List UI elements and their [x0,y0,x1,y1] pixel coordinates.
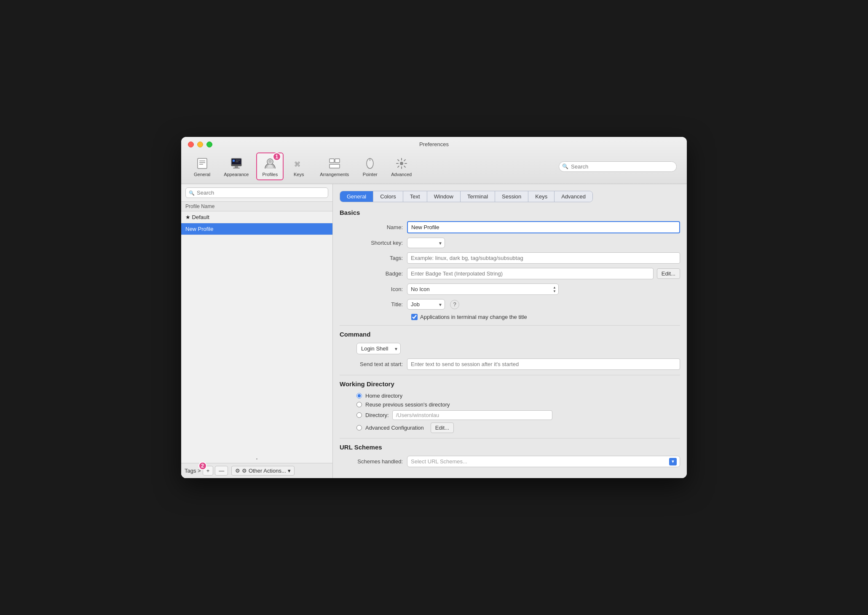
custom-dir-radio[interactable] [356,412,362,418]
advanced-icon [394,156,409,171]
svg-rect-0 [198,158,207,168]
toolbar-keys-label: Keys [294,172,304,177]
title-select[interactable]: Job [407,299,445,310]
send-text-label: Send text at start: [340,361,407,367]
schemes-label: Schemes handled: [340,458,407,465]
svg-rect-9 [236,160,240,160]
command-section-title: Command [340,331,680,338]
toolbar-item-arrangements[interactable]: Arrangements [314,152,355,180]
svg-rect-17 [330,164,340,168]
search-input[interactable] [559,161,677,172]
send-text-input[interactable] [407,358,680,370]
other-actions-label: ⚙ Other Actions... [242,468,286,474]
name-control [407,221,680,233]
title-row: Title: Job ▼ ? [340,299,680,310]
toolbar-advanced-label: Advanced [391,172,412,177]
profiles-badge: 1 [273,152,281,161]
sidebar-search-input[interactable] [185,187,328,198]
tags-label: Tags > [185,468,201,474]
tab-colors[interactable]: Colors [373,191,403,202]
minimize-button[interactable] [197,142,203,147]
advanced-config-row: Advanced Configuration Edit... [356,422,680,433]
right-panel: General Colors Text Window Terminal Sess… [333,184,687,478]
icon-select[interactable]: No Icon [407,283,559,295]
title-bar: Preferences General [181,137,687,184]
other-actions-arrow-icon: ▾ [288,468,291,474]
profile-item-new[interactable]: New Profile [181,223,332,235]
pointer-icon [362,156,378,171]
tab-session[interactable]: Session [495,191,528,202]
close-button[interactable] [188,142,194,147]
profile-list-header: Profile Name [181,202,332,211]
toolbar-item-appearance[interactable]: Appearance [218,152,255,180]
command-row: Login Shell ▼ [340,343,680,354]
general-icon [195,156,210,171]
toolbar-item-keys[interactable]: ⌘ Keys [285,152,312,180]
custom-dir-input[interactable] [392,410,552,420]
svg-rect-16 [335,159,340,163]
home-dir-label: Home directory [365,393,402,399]
title-help-button[interactable]: ? [450,300,459,309]
toolbar-search: 🔍 [559,161,677,172]
tab-advanced[interactable]: Advanced [555,191,592,202]
other-actions-button[interactable]: ⚙ ⚙ Other Actions... ▾ [231,466,295,476]
reuse-session-radio[interactable] [356,402,362,407]
toolbar-item-pointer[interactable]: Pointer [356,152,383,180]
main-content: 🔍 Profile Name ★ Default New Profile • T… [181,184,687,478]
svg-rect-7 [233,168,240,168]
tab-text[interactable]: Text [403,191,427,202]
custom-dir-label: Directory: [365,412,389,418]
maximize-button[interactable] [206,142,212,147]
title-change-label: Applications in terminal may change the … [420,314,527,320]
shortcut-control: ▼ [407,238,680,248]
badge-input[interactable] [407,268,654,279]
sidebar: 🔍 Profile Name ★ Default New Profile • T… [181,184,333,478]
toolbar-general-label: General [194,172,210,177]
toolbar-item-advanced[interactable]: Advanced [385,152,418,180]
url-schemes-section-title: URL Schemes [340,444,680,451]
home-dir-row: Home directory [356,393,680,399]
icon-row: Icon: No Icon ▲ ▼ [340,283,680,295]
arrangements-icon [327,156,342,171]
add-badge-annotation: 2 + [203,466,214,476]
shortcut-select[interactable] [407,238,445,248]
shortcut-label: Shortcut key: [340,240,407,246]
tags-field-label: Tags: [340,255,407,261]
tags-input[interactable] [407,252,680,264]
toolbar-profiles-label: Profiles [262,172,278,177]
schemes-row: Schemes handled: Select URL Schemes... ▼ [340,456,680,467]
tab-bar: General Colors Text Window Terminal Sess… [340,191,593,202]
tab-terminal[interactable]: Terminal [461,191,495,202]
svg-text:⌘: ⌘ [295,159,300,170]
tab-general[interactable]: General [340,191,373,202]
advanced-config-radio[interactable] [356,425,362,430]
title-control: Job ▼ ? [407,299,680,310]
home-dir-radio[interactable] [356,393,362,398]
svg-rect-15 [330,159,334,163]
keys-icon: ⌘ [291,156,306,171]
schemes-select[interactable]: Select URL Schemes... [407,456,680,467]
name-row: Name: [340,221,680,233]
title-label: Title: [340,301,407,308]
title-change-checkbox[interactable] [411,314,418,320]
command-control: Login Shell ▼ [356,343,680,354]
toolbar-item-profiles[interactable]: 1 Profiles [256,152,284,180]
profile-item-default[interactable]: ★ Default [181,211,332,223]
tab-window[interactable]: Window [427,191,461,202]
name-input[interactable] [407,221,680,233]
appearance-icon [229,156,244,171]
custom-dir-row: Directory: [356,410,680,420]
toolbar-items: General Ap [188,152,559,180]
badge-edit-button[interactable]: Edit... [657,268,680,279]
basics-section-title: Basics [340,209,680,216]
toolbar-item-general[interactable]: General [188,152,216,180]
advanced-config-edit-button[interactable]: Edit... [431,422,454,433]
login-shell-select[interactable]: Login Shell [356,343,401,354]
schemes-control: Select URL Schemes... ▼ [407,456,680,467]
title-change-row: Applications in terminal may change the … [411,314,680,320]
remove-profile-button[interactable]: — [215,466,228,476]
svg-point-13 [268,160,272,163]
working-dir-section-title: Working Directory [340,380,680,388]
tab-keys[interactable]: Keys [528,191,555,202]
add-badge: 2 [198,462,207,470]
